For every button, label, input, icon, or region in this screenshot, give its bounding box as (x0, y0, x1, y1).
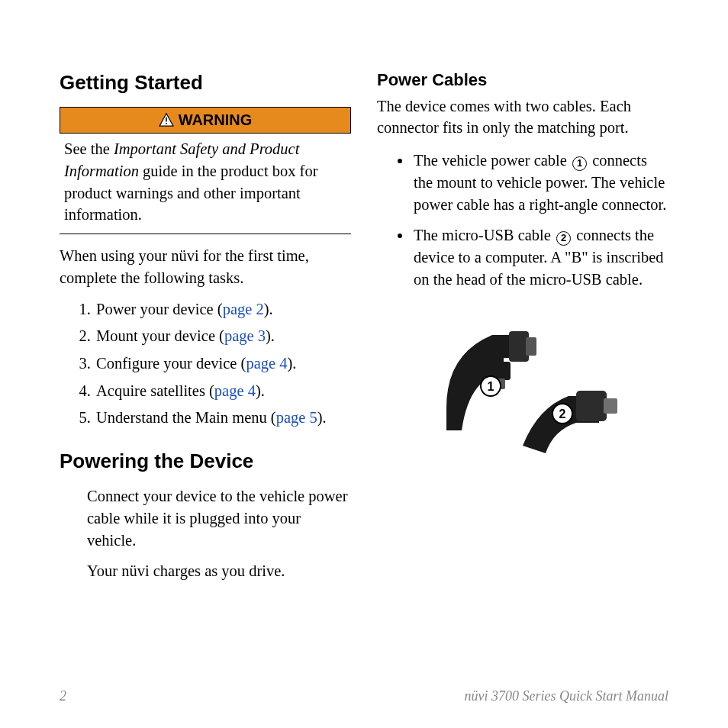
warning-icon (159, 113, 174, 127)
heading-power-cables: Power Cables (377, 69, 668, 92)
warning-label: WARNING (179, 109, 253, 130)
heading-getting-started: Getting Started (60, 69, 351, 96)
task-item: Power your device (page 2). (95, 298, 351, 321)
callout-number: 2 (556, 231, 571, 246)
task-item: Configure your device (page 4). (95, 353, 351, 375)
page-link[interactable]: page 4 (246, 355, 287, 372)
page-link[interactable]: page 4 (214, 382, 256, 399)
task-item: Acquire satellites (page 4). (95, 380, 351, 402)
svg-rect-7 (576, 391, 607, 421)
callout-number: 1 (572, 156, 587, 171)
powering-p2: Your nüvi charges as you drive. (87, 560, 351, 582)
svg-rect-1 (166, 118, 167, 122)
cable-figure: 1 2 (377, 308, 668, 461)
page-link[interactable]: page 5 (276, 409, 317, 426)
cable-item: The micro-USB cable 2 connects the devic… (412, 224, 668, 290)
power-cables-intro: The device comes with two cables. Each c… (377, 95, 668, 139)
svg-rect-2 (166, 123, 167, 124)
task-item: Mount your device (page 3). (95, 325, 351, 347)
page-footer: 2 nüvi 3700 Series Quick Start Manual (60, 687, 668, 706)
cable-list: The vehicle power cable 1 connects the m… (377, 150, 668, 290)
manual-title: nüvi 3700 Series Quick Start Manual (465, 687, 668, 706)
cables-image: 1 2 (424, 308, 622, 461)
heading-powering: Powering the Device (60, 447, 351, 475)
right-column: Power Cables The device comes with two c… (377, 69, 668, 672)
task-item: Understand the Main menu (page 5). (95, 407, 351, 429)
page-number: 2 (60, 687, 66, 706)
intro-text: When using your nüvi for the first time,… (60, 245, 351, 288)
warning-prefix: See the (64, 140, 114, 157)
svg-rect-4 (526, 337, 536, 356)
warning-text: See the Important Safety and Product Inf… (60, 137, 351, 234)
left-column: Getting Started WARNING See the Importan… (60, 69, 351, 672)
cable-item: The vehicle power cable 1 connects the m… (412, 150, 668, 215)
task-list: Power your device (page 2). Mount your d… (60, 298, 351, 429)
figure-callout-2: 2 (559, 407, 566, 420)
figure-callout-1: 1 (488, 380, 494, 393)
powering-p1: Connect your device to the vehicle power… (87, 485, 351, 551)
page-link[interactable]: page 3 (224, 327, 266, 344)
svg-rect-8 (604, 398, 617, 414)
warning-bar: WARNING (60, 107, 351, 134)
page-link[interactable]: page 2 (223, 301, 264, 317)
